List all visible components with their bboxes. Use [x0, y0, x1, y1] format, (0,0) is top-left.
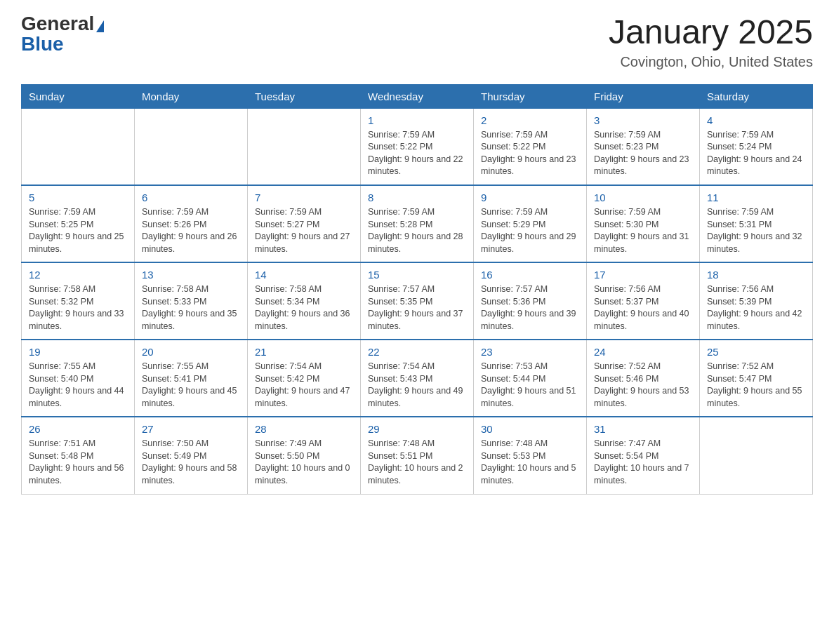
day-number: 2: [481, 114, 579, 126]
calendar-cell: 24Sunrise: 7:52 AM Sunset: 5:46 PM Dayli…: [587, 340, 700, 417]
day-number: 23: [481, 346, 579, 358]
header-wednesday: Wednesday: [361, 84, 474, 108]
day-info: Sunrise: 7:58 AM Sunset: 5:34 PM Dayligh…: [255, 283, 353, 333]
day-info: Sunrise: 7:53 AM Sunset: 5:44 PM Dayligh…: [481, 361, 579, 410]
day-info: Sunrise: 7:54 AM Sunset: 5:43 PM Dayligh…: [368, 361, 466, 410]
day-number: 19: [29, 346, 127, 358]
calendar-cell: 21Sunrise: 7:54 AM Sunset: 5:42 PM Dayli…: [248, 340, 361, 417]
day-number: 24: [594, 346, 692, 358]
day-number: 14: [255, 269, 353, 281]
day-number: 29: [368, 423, 466, 435]
day-number: 16: [481, 269, 579, 281]
calendar-cell: 18Sunrise: 7:56 AM Sunset: 5:39 PM Dayli…: [700, 262, 813, 340]
day-info: Sunrise: 7:59 AM Sunset: 5:30 PM Dayligh…: [594, 206, 692, 255]
calendar-cell: 17Sunrise: 7:56 AM Sunset: 5:37 PM Dayli…: [587, 262, 700, 340]
day-info: Sunrise: 7:52 AM Sunset: 5:46 PM Dayligh…: [594, 361, 692, 410]
calendar-week-row-2: 5Sunrise: 7:59 AM Sunset: 5:25 PM Daylig…: [22, 185, 813, 262]
day-info: Sunrise: 7:59 AM Sunset: 5:25 PM Dayligh…: [29, 206, 127, 255]
header-sunday: Sunday: [22, 84, 135, 108]
day-number: 30: [481, 423, 579, 435]
day-number: 15: [368, 269, 466, 281]
calendar-cell: 29Sunrise: 7:48 AM Sunset: 5:51 PM Dayli…: [361, 417, 474, 494]
calendar-cell: 26Sunrise: 7:51 AM Sunset: 5:48 PM Dayli…: [22, 417, 135, 494]
day-info: Sunrise: 7:59 AM Sunset: 5:23 PM Dayligh…: [594, 129, 692, 178]
day-number: 9: [481, 192, 579, 203]
day-info: Sunrise: 7:59 AM Sunset: 5:27 PM Dayligh…: [255, 206, 353, 255]
day-number: 26: [29, 423, 127, 435]
logo-line1: General: [21, 14, 104, 34]
day-info: Sunrise: 7:47 AM Sunset: 5:54 PM Dayligh…: [594, 438, 692, 487]
calendar-week-row-5: 26Sunrise: 7:51 AM Sunset: 5:48 PM Dayli…: [22, 417, 813, 494]
day-number: 11: [707, 192, 805, 203]
day-info: Sunrise: 7:59 AM Sunset: 5:29 PM Dayligh…: [481, 206, 579, 255]
calendar-cell: 15Sunrise: 7:57 AM Sunset: 5:35 PM Dayli…: [361, 262, 474, 340]
day-number: 12: [29, 269, 127, 281]
calendar-cell: 1Sunrise: 7:59 AM Sunset: 5:22 PM Daylig…: [361, 108, 474, 185]
day-number: 1: [368, 114, 466, 126]
calendar-cell: 23Sunrise: 7:53 AM Sunset: 5:44 PM Dayli…: [474, 340, 587, 417]
day-info: Sunrise: 7:48 AM Sunset: 5:53 PM Dayligh…: [481, 438, 579, 487]
calendar-cell: [700, 417, 813, 494]
header-monday: Monday: [135, 84, 248, 108]
day-info: Sunrise: 7:59 AM Sunset: 5:22 PM Dayligh…: [368, 129, 466, 178]
day-info: Sunrise: 7:59 AM Sunset: 5:26 PM Dayligh…: [142, 206, 240, 255]
day-number: 10: [594, 192, 692, 203]
day-info: Sunrise: 7:59 AM Sunset: 5:22 PM Dayligh…: [481, 129, 579, 178]
calendar-cell: 25Sunrise: 7:52 AM Sunset: 5:47 PM Dayli…: [700, 340, 813, 417]
calendar-cell: [22, 108, 135, 185]
header-thursday: Thursday: [474, 84, 587, 108]
day-info: Sunrise: 7:52 AM Sunset: 5:47 PM Dayligh…: [707, 361, 805, 410]
calendar-cell: 3Sunrise: 7:59 AM Sunset: 5:23 PM Daylig…: [587, 108, 700, 185]
calendar-week-row-1: 1Sunrise: 7:59 AM Sunset: 5:22 PM Daylig…: [22, 108, 813, 185]
day-number: 22: [368, 346, 466, 358]
day-number: 8: [368, 192, 466, 203]
day-number: 25: [707, 346, 805, 358]
page-title: January 2025: [609, 14, 813, 51]
day-info: Sunrise: 7:55 AM Sunset: 5:40 PM Dayligh…: [29, 361, 127, 410]
calendar-cell: 31Sunrise: 7:47 AM Sunset: 5:54 PM Dayli…: [587, 417, 700, 494]
calendar-cell: 16Sunrise: 7:57 AM Sunset: 5:36 PM Dayli…: [474, 262, 587, 340]
calendar-table: Sunday Monday Tuesday Wednesday Thursday…: [21, 84, 813, 495]
calendar-cell: 27Sunrise: 7:50 AM Sunset: 5:49 PM Dayli…: [135, 417, 248, 494]
day-info: Sunrise: 7:54 AM Sunset: 5:42 PM Dayligh…: [255, 361, 353, 410]
logo: General Blue: [21, 14, 104, 55]
day-info: Sunrise: 7:56 AM Sunset: 5:37 PM Dayligh…: [594, 283, 692, 333]
calendar-cell: 2Sunrise: 7:59 AM Sunset: 5:22 PM Daylig…: [474, 108, 587, 185]
day-number: 31: [594, 423, 692, 435]
day-number: 5: [29, 192, 127, 203]
calendar-cell: 5Sunrise: 7:59 AM Sunset: 5:25 PM Daylig…: [22, 185, 135, 262]
day-info: Sunrise: 7:58 AM Sunset: 5:32 PM Dayligh…: [29, 283, 127, 333]
logo-triangle-icon: [96, 20, 104, 32]
calendar-cell: 12Sunrise: 7:58 AM Sunset: 5:32 PM Dayli…: [22, 262, 135, 340]
calendar-cell: 4Sunrise: 7:59 AM Sunset: 5:24 PM Daylig…: [700, 108, 813, 185]
calendar-week-row-4: 19Sunrise: 7:55 AM Sunset: 5:40 PM Dayli…: [22, 340, 813, 417]
day-info: Sunrise: 7:59 AM Sunset: 5:24 PM Dayligh…: [707, 129, 805, 178]
day-number: 20: [142, 346, 240, 358]
day-number: 27: [142, 423, 240, 435]
day-info: Sunrise: 7:57 AM Sunset: 5:35 PM Dayligh…: [368, 283, 466, 333]
calendar-cell: 8Sunrise: 7:59 AM Sunset: 5:28 PM Daylig…: [361, 185, 474, 262]
day-info: Sunrise: 7:59 AM Sunset: 5:31 PM Dayligh…: [707, 206, 805, 255]
day-number: 6: [142, 192, 240, 203]
header-saturday: Saturday: [700, 84, 813, 108]
page-subtitle: Covington, Ohio, United States: [609, 54, 813, 70]
calendar-cell: 6Sunrise: 7:59 AM Sunset: 5:26 PM Daylig…: [135, 185, 248, 262]
day-info: Sunrise: 7:57 AM Sunset: 5:36 PM Dayligh…: [481, 283, 579, 333]
calendar-cell: 7Sunrise: 7:59 AM Sunset: 5:27 PM Daylig…: [248, 185, 361, 262]
header-friday: Friday: [587, 84, 700, 108]
calendar-cell: 11Sunrise: 7:59 AM Sunset: 5:31 PM Dayli…: [700, 185, 813, 262]
day-info: Sunrise: 7:56 AM Sunset: 5:39 PM Dayligh…: [707, 283, 805, 333]
day-number: 28: [255, 423, 353, 435]
calendar-cell: 9Sunrise: 7:59 AM Sunset: 5:29 PM Daylig…: [474, 185, 587, 262]
day-number: 4: [707, 114, 805, 126]
calendar-cell: 22Sunrise: 7:54 AM Sunset: 5:43 PM Dayli…: [361, 340, 474, 417]
calendar-cell: 10Sunrise: 7:59 AM Sunset: 5:30 PM Dayli…: [587, 185, 700, 262]
calendar-cell: 30Sunrise: 7:48 AM Sunset: 5:53 PM Dayli…: [474, 417, 587, 494]
calendar-cell: [135, 108, 248, 185]
calendar-cell: 20Sunrise: 7:55 AM Sunset: 5:41 PM Dayli…: [135, 340, 248, 417]
day-info: Sunrise: 7:58 AM Sunset: 5:33 PM Dayligh…: [142, 283, 240, 333]
day-number: 17: [594, 269, 692, 281]
header-tuesday: Tuesday: [248, 84, 361, 108]
day-info: Sunrise: 7:49 AM Sunset: 5:50 PM Dayligh…: [255, 438, 353, 487]
title-area: January 2025 Covington, Ohio, United Sta…: [609, 14, 813, 70]
